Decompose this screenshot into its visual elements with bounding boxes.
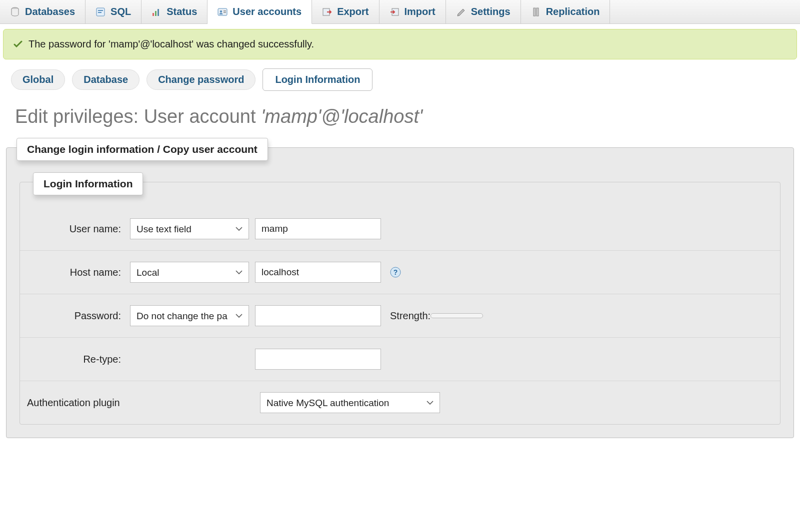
tab-import-label: Import: [404, 6, 436, 17]
row-retype: Re-type:: [20, 338, 780, 381]
change-login-panel: Change login information / Copy user acc…: [6, 147, 794, 438]
tab-user-accounts[interactable]: User accounts: [208, 0, 312, 24]
auth-plugin-select[interactable]: Native MySQL authentication: [260, 392, 440, 413]
sql-icon: [96, 7, 106, 17]
tab-user-accounts-label: User accounts: [232, 6, 302, 17]
database-icon: [10, 7, 20, 17]
username-label: User name:: [25, 223, 130, 235]
tab-settings-label: Settings: [471, 6, 510, 17]
retype-label: Re-type:: [25, 354, 130, 365]
svg-rect-14: [536, 8, 538, 16]
settings-icon: [456, 7, 466, 17]
row-password: Password: Do not change the pa Strength:: [20, 294, 780, 338]
sub-tabs: Global Database Change password Login In…: [0, 68, 800, 96]
password-input[interactable]: [255, 305, 381, 326]
row-username: User name: Use text field: [20, 207, 780, 251]
tab-status-label: Status: [166, 6, 197, 17]
login-info-panel: Login Information User name: Use text fi…: [20, 182, 780, 425]
status-icon: [152, 7, 162, 17]
tab-import[interactable]: Import: [380, 0, 446, 23]
username-input[interactable]: [255, 218, 381, 239]
svg-rect-2: [98, 10, 103, 11]
auth-plugin-label: Authentication plugin: [25, 397, 260, 409]
tab-status[interactable]: Status: [142, 0, 208, 23]
subtab-database[interactable]: Database: [72, 69, 140, 90]
svg-rect-6: [158, 9, 159, 16]
svg-text:?: ?: [394, 268, 398, 276]
check-icon: [14, 40, 22, 49]
subtab-login-information[interactable]: Login Information: [262, 68, 372, 91]
subtab-global[interactable]: Global: [11, 69, 65, 90]
retype-input[interactable]: [255, 349, 381, 370]
tab-sql[interactable]: SQL: [86, 0, 142, 23]
success-banner: The password for 'mamp'@'localhost' was …: [3, 29, 797, 59]
tab-replication-label: Replication: [546, 6, 600, 17]
username-mode-select[interactable]: Use text field: [130, 218, 249, 239]
svg-rect-9: [224, 10, 226, 11]
top-nav: Databases SQL Status User accounts Expor…: [0, 0, 800, 24]
tab-settings[interactable]: Settings: [446, 0, 521, 23]
hostname-label: Host name:: [25, 267, 130, 278]
change-login-legend: Change login information / Copy user acc…: [16, 138, 268, 161]
svg-rect-5: [155, 11, 156, 16]
tab-export[interactable]: Export: [312, 0, 379, 23]
user-accounts-icon: [218, 7, 228, 17]
svg-rect-10: [224, 12, 226, 13]
success-text: The password for 'mamp'@'localhost' was …: [28, 38, 314, 50]
subtab-change-password[interactable]: Change password: [146, 69, 256, 90]
title-prefix: Edit privileges: User account: [15, 106, 261, 127]
tab-export-label: Export: [337, 6, 368, 17]
title-identifier: 'mamp'@'localhost': [261, 106, 422, 127]
import-icon: [390, 7, 400, 17]
strength-label: Strength:: [390, 310, 430, 322]
svg-rect-13: [534, 8, 536, 16]
hostname-mode-select[interactable]: Local: [130, 262, 249, 283]
login-info-legend: Login Information: [33, 172, 143, 195]
svg-rect-4: [152, 13, 154, 16]
tab-replication[interactable]: Replication: [521, 0, 610, 23]
tab-sql-label: SQL: [110, 6, 131, 17]
password-mode-select[interactable]: Do not change the pa: [130, 305, 249, 326]
replication-icon: [531, 7, 541, 17]
svg-point-8: [220, 10, 222, 12]
svg-rect-3: [98, 12, 102, 13]
strength-bar: [430, 313, 483, 318]
row-hostname: Host name: Local ?: [20, 251, 780, 294]
help-icon[interactable]: ?: [390, 267, 401, 278]
tab-databases[interactable]: Databases: [0, 0, 86, 23]
password-label: Password:: [25, 310, 130, 322]
export-icon: [322, 7, 332, 17]
tab-databases-label: Databases: [25, 6, 75, 17]
hostname-input[interactable]: [255, 262, 381, 283]
page-title: Edit privileges: User account 'mamp'@'lo…: [0, 96, 800, 142]
row-auth-plugin: Authentication plugin Native MySQL authe…: [20, 381, 780, 424]
